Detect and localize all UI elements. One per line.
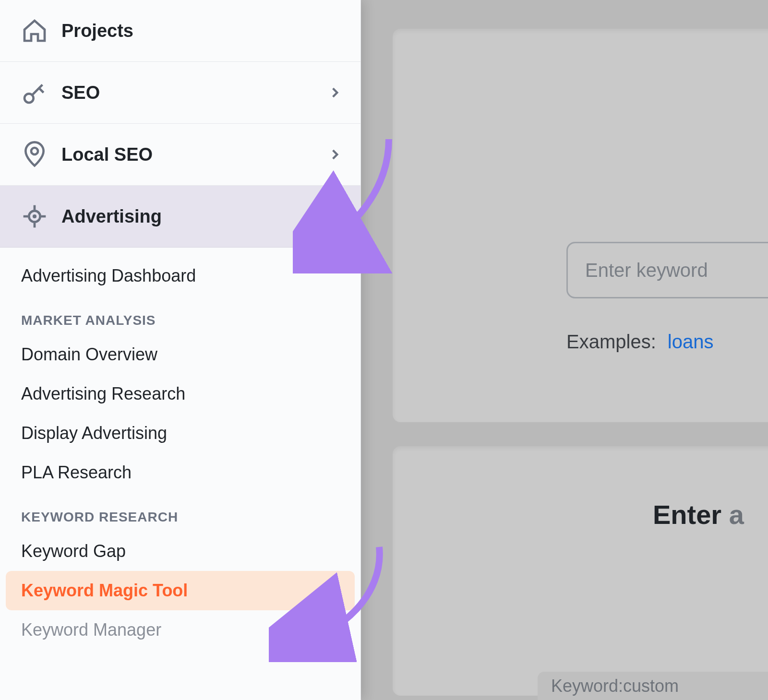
sidebar-item-label: Local SEO xyxy=(61,144,153,165)
sidebar: Projects SEO Local SEO xyxy=(0,0,361,700)
enter-card xyxy=(393,446,768,696)
map-pin-icon xyxy=(21,141,48,168)
chevron-down-icon xyxy=(329,210,341,223)
main-panel: Enter keyword Examples: loans Enter a Ke… xyxy=(374,0,768,700)
sidebar-item-label: Advertising xyxy=(61,206,162,227)
sidebar-item-seo[interactable]: SEO xyxy=(0,62,360,124)
keyword-search-card xyxy=(393,29,768,422)
chevron-right-icon xyxy=(329,86,341,99)
target-icon xyxy=(21,203,48,230)
section-header-keyword-research: KEYWORD RESEARCH xyxy=(0,492,360,532)
sidebar-item-label: SEO xyxy=(61,83,100,103)
sidebar-item-label: Projects xyxy=(61,21,133,41)
sidebar-item-local-seo[interactable]: Local SEO xyxy=(0,124,360,186)
examples-label: Examples: xyxy=(566,331,656,353)
sidebar-item-projects[interactable]: Projects xyxy=(0,0,360,62)
svg-point-3 xyxy=(33,215,36,218)
keyword-chip[interactable]: Keyword: custom xyxy=(538,672,768,700)
keyword-input[interactable]: Enter keyword xyxy=(566,242,768,298)
enter-heading-prefix: Enter xyxy=(653,499,729,530)
key-icon xyxy=(21,79,48,106)
sub-link-advertising-dashboard[interactable]: Advertising Dashboard xyxy=(0,256,360,296)
enter-heading-faded: a xyxy=(729,499,744,530)
svg-point-1 xyxy=(31,148,38,154)
sub-link-domain-overview[interactable]: Domain Overview xyxy=(0,335,360,374)
sub-link-keyword-gap[interactable]: Keyword Gap xyxy=(0,532,360,571)
advertising-subsection: Advertising Dashboard MARKET ANALYSIS Do… xyxy=(0,248,360,653)
sub-link-keyword-manager[interactable]: Keyword Manager xyxy=(0,610,360,650)
sub-link-advertising-research[interactable]: Advertising Research xyxy=(0,374,360,414)
sub-link-display-advertising[interactable]: Display Advertising xyxy=(0,414,360,453)
sidebar-item-advertising[interactable]: Advertising xyxy=(0,186,360,248)
sub-link-pla-research[interactable]: PLA Research xyxy=(0,453,360,492)
sub-link-keyword-magic-tool[interactable]: Keyword Magic Tool xyxy=(6,571,355,610)
example-link-loans[interactable]: loans xyxy=(668,331,714,353)
keyword-chip-value: custom xyxy=(623,676,679,696)
home-icon xyxy=(21,17,48,44)
examples-row: Examples: loans xyxy=(566,331,713,353)
section-header-market-analysis: MARKET ANALYSIS xyxy=(0,296,360,335)
keyword-input-placeholder: Enter keyword xyxy=(585,260,708,281)
keyword-chip-prefix: Keyword: xyxy=(551,676,623,696)
chevron-right-icon xyxy=(329,148,341,161)
enter-heading: Enter a xyxy=(653,499,744,530)
